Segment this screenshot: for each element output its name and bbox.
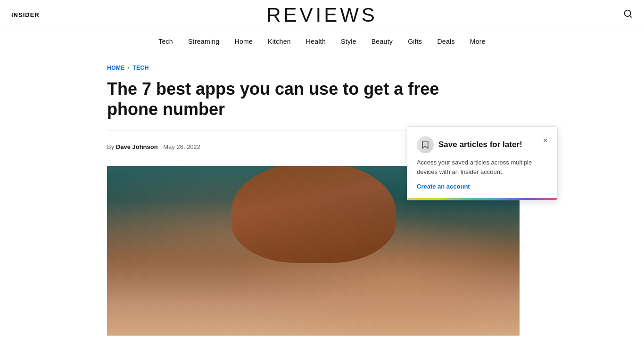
site-title: REVIEWS <box>266 4 378 26</box>
breadcrumb-separator: › <box>128 65 130 71</box>
svg-line-1 <box>630 16 632 17</box>
popup-icon <box>417 136 434 153</box>
popup-title: Save articles for later! <box>438 140 522 149</box>
nav-item-beauty[interactable]: Beauty <box>372 38 393 45</box>
popup-create-account-link[interactable]: Create an account <box>417 183 470 190</box>
nav-item-deals[interactable]: Deals <box>437 38 454 45</box>
nav-item-more[interactable]: More <box>470 38 486 45</box>
nav-item-health[interactable]: Health <box>306 38 326 45</box>
article-content: HOME › TECH The 7 best apps you can use … <box>96 53 548 336</box>
breadcrumb: HOME › TECH <box>107 65 537 71</box>
search-icon[interactable] <box>623 9 633 21</box>
nav-item-tech[interactable]: Tech <box>158 38 173 45</box>
nav-item-streaming[interactable]: Streaming <box>188 38 220 45</box>
nav-item-home[interactable]: Home <box>234 38 253 45</box>
breadcrumb-home[interactable]: HOME <box>107 65 125 71</box>
site-logo[interactable]: INSIDER <box>11 11 40 18</box>
popup-color-bar <box>407 198 557 200</box>
article-title: The 7 best apps you can use to get a fre… <box>107 79 494 119</box>
nav-item-gifts[interactable]: Gifts <box>408 38 422 45</box>
site-header: INSIDER REVIEWS <box>0 0 644 30</box>
nav-item-kitchen[interactable]: Kitchen <box>268 38 291 45</box>
author-name[interactable]: Dave Johnson <box>116 143 158 150</box>
nav-item-style[interactable]: Style <box>341 38 356 45</box>
article-date: May 26, 2022 <box>163 143 200 150</box>
breadcrumb-current[interactable]: TECH <box>132 65 149 71</box>
save-articles-popup: Save articles for later! × Access your s… <box>407 126 558 200</box>
popup-header: Save articles for later! × <box>417 136 548 153</box>
popup-description: Access your saved articles across multip… <box>417 158 548 176</box>
main-nav: Tech Streaming Home Kitchen Health Style… <box>0 30 644 53</box>
popup-icon-title: Save articles for later! <box>417 136 522 153</box>
author-by-label: By <box>107 143 114 150</box>
popup-close-button[interactable]: × <box>543 136 548 145</box>
author-info: By Dave Johnson May 26, 2022 <box>107 143 200 150</box>
